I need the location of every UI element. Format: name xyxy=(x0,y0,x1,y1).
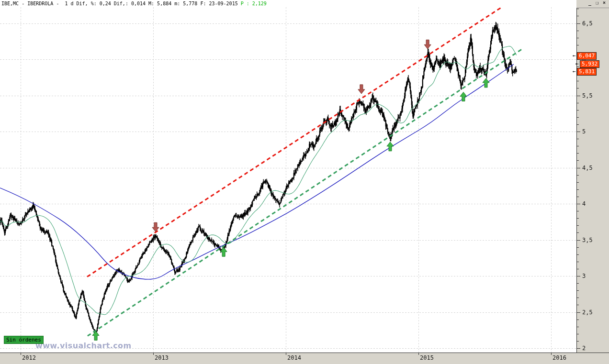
time-axis-label: 2016 xyxy=(553,354,566,361)
visualchart-watermark: www.visualchart.com xyxy=(35,341,132,350)
close-button[interactable]: × xyxy=(601,0,607,6)
time-axis-label: 2013 xyxy=(155,354,169,361)
price-axis-label: 2,5 xyxy=(582,309,593,316)
symbol-info-text: IBE,MC - IBERDROLA - 1 d Dif, %: 0,24 Di… xyxy=(1,1,241,6)
left-arrow-icon: ← xyxy=(573,52,577,60)
chart-header: IBE,MC - IBERDROLA - 1 d Dif, %: 0,24 Di… xyxy=(1,1,267,6)
time-axis-label: 2012 xyxy=(22,354,36,361)
price-axis-label: 2 xyxy=(582,345,586,352)
p-value-text: P : 2,129 xyxy=(241,1,267,6)
left-arrow-icon: ← xyxy=(573,68,577,76)
minimize-button[interactable]: _ xyxy=(587,0,593,6)
price-tag-value: 5,831 xyxy=(577,68,597,76)
visualchart-window: IBE,MC - IBERDROLA - 1 d Dif, %: 0,24 Di… xyxy=(0,0,609,364)
price-axis-label: 3,5 xyxy=(582,237,593,243)
orders-status-badge: Sin órdenes xyxy=(4,336,44,344)
window-controls: _ ❏ × xyxy=(587,0,607,6)
price-axis-label: 5 xyxy=(582,128,586,135)
price-tag-value: 6,047 xyxy=(577,52,597,60)
price-tag-green-ma: ←6,047 xyxy=(573,52,597,60)
price-tag-blue-ma: ←5,932 xyxy=(575,60,599,68)
price-axis-label: 4 xyxy=(582,200,586,207)
price-axis-label: 6,5 xyxy=(582,20,593,27)
price-tag-value: 5,932 xyxy=(580,60,599,68)
price-chart-canvas[interactable] xyxy=(0,0,609,364)
price-axis-label: 3 xyxy=(582,273,586,279)
time-axis-label: 2014 xyxy=(287,354,301,361)
restore-button[interactable]: ❏ xyxy=(594,0,600,6)
price-tag-last: ←5,831 xyxy=(573,68,597,76)
time-axis-label: 2015 xyxy=(420,354,434,361)
price-axis-label: 4,5 xyxy=(582,165,593,171)
left-arrow-icon: ← xyxy=(575,60,580,68)
price-axis-label: 5,5 xyxy=(582,92,593,99)
